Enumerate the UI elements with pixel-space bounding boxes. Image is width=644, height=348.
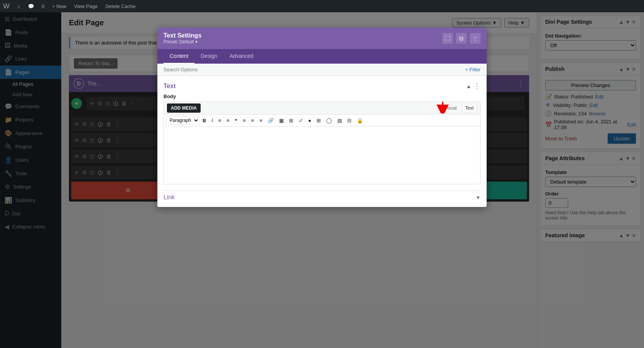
modal-header: Text Settings Preset: Default ▾ ⛶ ⊟ ⋮ — [157, 28, 487, 49]
lock-button[interactable]: 🔒 — [355, 117, 365, 125]
link-section-header[interactable]: Link ▼ — [163, 194, 481, 201]
blockquote-button[interactable]: ❝ — [232, 117, 240, 125]
link-section-title: Link — [163, 194, 175, 201]
add-media-button[interactable]: ADD MEDIA — [167, 103, 201, 113]
wordpress-logo[interactable]: W — [3, 2, 10, 10]
ul-button[interactable]: ≡ — [216, 117, 224, 125]
modal-overlay: Text Settings Preset: Default ▾ ⛶ ⊟ ⋮ Co… — [0, 12, 644, 348]
fullscreen-button[interactable]: ⤢ — [296, 117, 305, 125]
link-section: Link ▼ — [163, 190, 481, 201]
palette-button[interactable]: ◯ — [324, 117, 334, 125]
admin-bar-comment-count[interactable]: 0 — [39, 0, 47, 12]
text-section-title: Text — [163, 83, 176, 90]
modal-title: Text Settings — [163, 32, 201, 39]
grid-button[interactable]: ⊞ — [287, 117, 296, 125]
box-button[interactable]: ⊞ — [314, 117, 323, 125]
modal-collapse-button[interactable]: ⊟ — [456, 33, 467, 44]
wp-editor-container: ADD MEDIA Visual — [163, 102, 481, 184]
tab-design[interactable]: Design — [195, 49, 224, 64]
align-right-button[interactable]: ≡ — [257, 117, 265, 125]
table-button[interactable]: ▦ — [277, 117, 286, 125]
modal-tabs: Content Design Advanced — [157, 49, 487, 64]
filter-button[interactable]: + Filter — [465, 67, 481, 72]
modal-title-group: Text Settings Preset: Default ▾ — [163, 32, 201, 44]
tab-advanced[interactable]: Advanced — [224, 49, 260, 64]
admin-bar-view-page[interactable]: View Page — [71, 0, 101, 12]
admin-bar-comments[interactable]: 💬 — [25, 0, 37, 12]
modal-body: Text ▲ ⋮ Body ADD MEDIA — [157, 76, 487, 207]
modal-search-bar: + Filter — [157, 64, 487, 76]
bold-button[interactable]: B — [200, 117, 208, 125]
tab-content[interactable]: Content — [163, 49, 195, 64]
body-label: Body — [163, 94, 481, 99]
circle-button[interactable]: ● — [306, 117, 314, 125]
editor-content-area[interactable] — [164, 126, 480, 184]
editor-toolbar: Paragraph B I ≡ ≡ ❝ ≡ ≡ ≡ 🔗 ▦ ⊞ ⤢ — [164, 115, 480, 126]
text-tab[interactable]: Text — [462, 104, 477, 112]
section-collapse-button[interactable]: ▲ — [466, 82, 471, 90]
admin-bar-delete-cache[interactable]: Delete Cache — [102, 0, 139, 12]
modal-fullscreen-button[interactable]: ⛶ — [442, 33, 453, 44]
text-section: Text ▲ ⋮ Body ADD MEDIA — [163, 82, 481, 184]
modal-subtitle: Preset: Default ▾ — [163, 39, 201, 44]
link-button[interactable]: 🔗 — [265, 117, 276, 125]
text-section-header: Text ▲ ⋮ — [163, 82, 481, 90]
admin-bar-new[interactable]: + New — [49, 0, 69, 12]
search-options-input[interactable] — [163, 67, 465, 72]
paragraph-select[interactable]: Paragraph — [166, 116, 199, 125]
visual-tab[interactable]: Visual — [441, 104, 460, 112]
align-center-button[interactable]: ≡ — [249, 117, 257, 125]
minus-button[interactable]: ⊟ — [345, 117, 354, 125]
link-toggle-icon[interactable]: ▼ — [476, 195, 481, 200]
lines-button[interactable]: ▤ — [335, 117, 344, 125]
modal-more-button[interactable]: ⋮ — [470, 33, 481, 44]
text-section-actions: ▲ ⋮ — [466, 82, 481, 90]
admin-bar: W ⌂ 💬 0 + New View Page Delete Cache — [0, 0, 644, 12]
modal-header-actions: ⛶ ⊟ ⋮ — [442, 33, 481, 44]
align-left-button[interactable]: ≡ — [240, 117, 248, 125]
text-settings-modal: Text Settings Preset: Default ▾ ⛶ ⊟ ⋮ Co… — [157, 28, 487, 207]
ol-button[interactable]: ≡ — [224, 117, 232, 125]
italic-button[interactable]: I — [209, 117, 215, 125]
admin-bar-site[interactable]: ⌂ — [14, 0, 23, 12]
section-more-button[interactable]: ⋮ — [474, 82, 481, 90]
